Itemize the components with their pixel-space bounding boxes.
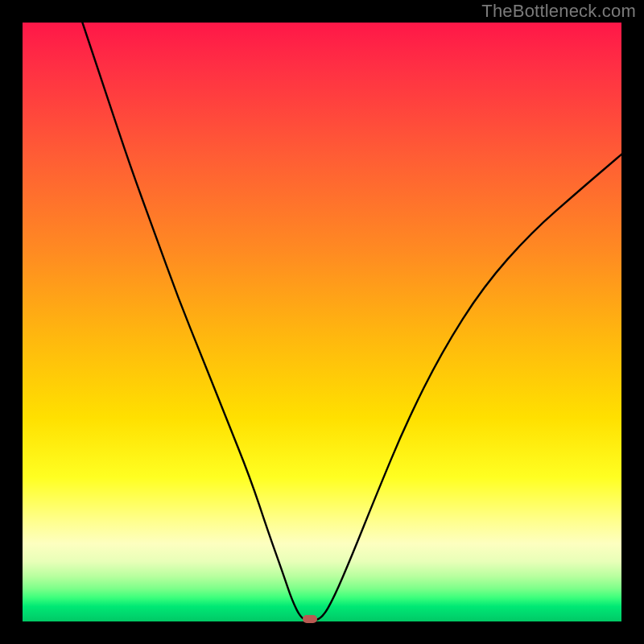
chart-frame: TheBottleneck.com	[0, 0, 644, 644]
bottleneck-curve	[82, 23, 621, 621]
curve-layer	[23, 23, 621, 621]
plot-area	[23, 23, 621, 621]
min-marker	[303, 615, 317, 623]
watermark-text: TheBottleneck.com	[481, 1, 636, 22]
